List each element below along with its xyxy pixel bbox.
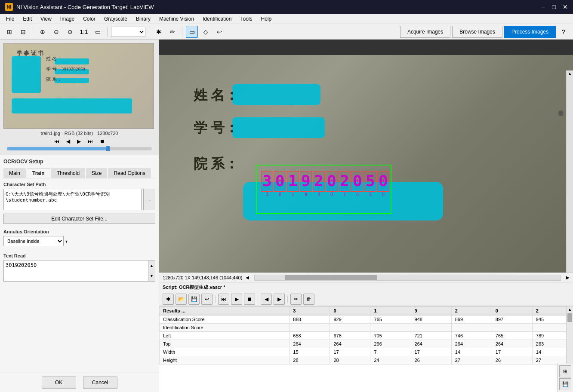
rect-select-button[interactable]: ▭ [186,26,198,38]
menu-machine-vision[interactable]: Machine Vision [155,15,198,23]
vscroll-up-button[interactable]: ▲ [567,70,573,77]
table-cell-4-2: 7 [370,348,411,356]
maximize-button[interactable]: □ [552,3,556,10]
toolbar-separator-4 [182,27,182,37]
char-set-path-input[interactable]: G:\天大\3信号检测与处理\大作业\OCR学号识别\studentnumber… [3,189,142,210]
menu-tools[interactable]: Tools [236,15,256,23]
digit-label-8: 5 [364,192,376,197]
edit-char-set-button[interactable]: Edit Character Set File... [3,214,155,224]
image-canvas[interactable]: 姓 名： 学 号： 院 系： 3 3 0 0 [159,55,573,273]
hscroll-thumb[interactable] [285,275,377,280]
tab-size[interactable]: Size [86,168,107,178]
nav-first-button[interactable]: ⏮ [52,138,61,145]
hscroll-right-button[interactable]: ▶ [566,275,570,280]
script-btn-play[interactable]: ▶ [231,294,242,305]
table-cell-label: Classification Score [160,315,290,324]
digit-label-2: 1 [287,192,299,197]
roi-button[interactable]: ▭ [92,26,104,38]
script-btn-open[interactable]: 📂 [176,294,187,305]
results-scroll-thumb[interactable] [567,313,572,322]
browse-images-button[interactable]: Browse Images [452,26,502,38]
script-btn-prev[interactable]: ◀ [261,294,272,305]
acquire-images-button[interactable]: Acquire Images [400,26,450,38]
close-button[interactable]: ✕ [563,3,568,10]
script-btn-skip-end[interactable]: ⏭ [218,294,229,305]
text-read-scrollbar: ▲ ▼ [148,260,155,282]
nav-next-button[interactable]: ▶ [75,138,83,145]
diamond-button[interactable]: ◇ [200,26,212,38]
table-cell-2-5: 765 [492,332,532,340]
cancel-button[interactable]: Cancel [83,377,117,389]
tab-threshold[interactable]: Threshold [51,168,85,178]
script-btn-snap[interactable]: ✱ [163,294,174,305]
nav-prev-button[interactable]: ◀ [65,138,72,145]
snap-button[interactable]: ✱ [153,26,165,38]
results-scroll-up[interactable]: ▲ [567,306,573,312]
script-btn-edit[interactable]: ✏ [290,294,302,305]
zoom-fit-button[interactable]: ⊙ [64,26,76,38]
menu-image[interactable]: Image [56,15,79,23]
bottom-icon-btn-2[interactable]: 💾 [559,378,571,390]
undo-button[interactable]: ↩ [213,26,225,38]
progress-handle[interactable] [106,146,110,151]
digit-box-5: 0 0 [326,171,338,197]
digit-label-4: 2 [313,192,325,197]
script-btn-undo[interactable]: ↩ [201,294,213,305]
menu-file[interactable]: File [2,15,18,23]
main-layout: 姓 名： 学 号：3019202050 院 系： 学 事 证 书 train1.… [0,40,573,392]
menu-grayscale[interactable]: Grayscale [100,15,132,23]
process-images-button[interactable]: Process Images [504,26,556,38]
menu-edit[interactable]: Edit [18,15,36,23]
window-title: NI Vision Assistant - Code Generation Ta… [16,4,154,10]
digit-box-9: 0 0 [377,171,389,197]
text-read-value[interactable]: 3019202050 [3,260,148,282]
script-btn-next[interactable]: ▶ [274,294,285,305]
menu-color[interactable]: Color [79,15,100,23]
ocr-tabs: Main Train Threshold Size Read Options [3,168,155,178]
toolbar-btn-1[interactable]: ⊞ [3,26,15,38]
text-read-scroll-down[interactable]: ▼ [148,271,155,281]
table-row: Top264264266264264264263 [160,340,573,348]
zoom-100-button[interactable]: 1:1 [78,26,90,38]
menu-identification[interactable]: Identification [198,15,236,23]
digit-label-6: 2 [339,192,351,197]
digit-char-6: 2 [340,172,349,190]
annulus-orientation-select[interactable]: Baseline Inside [3,236,64,246]
image-vertical-scrollbar[interactable]: ▲ ▼ [566,70,573,273]
tab-read-options[interactable]: Read Options [108,168,151,178]
pencil-button[interactable]: ✏ [166,26,179,38]
script-separator-1 [215,295,216,303]
minimize-button[interactable]: ─ [541,3,545,10]
zoom-dropdown[interactable] [111,27,145,37]
table-cell-0-3: 948 [411,315,451,324]
menu-view[interactable]: View [36,15,56,23]
tab-main[interactable]: Main [3,168,26,178]
horizontal-scrollbar[interactable] [254,275,561,281]
table-cell-1-5 [492,324,532,332]
menu-help[interactable]: Help [257,15,276,23]
menu-binary[interactable]: Binary [132,15,155,23]
tab-train[interactable]: Train [27,168,50,178]
nav-stop-button[interactable]: ⏹ [98,138,107,145]
nav-last-button[interactable]: ⏭ [86,138,95,145]
zoom-out-button[interactable]: ⊖ [50,26,62,38]
ok-button[interactable]: OK [42,377,76,389]
digit-box-2: 1 1 [287,171,299,197]
hscroll-left-button[interactable]: ◀ [246,275,249,280]
script-btn-delete[interactable]: 🗑 [303,294,314,305]
bottom-icon-btn-1[interactable]: ⊞ [559,365,571,377]
browse-char-set-button[interactable]: ... [143,189,155,210]
script-btn-stop[interactable]: ⏹ [244,294,255,305]
thumb-zh-title: 学 事 证 书 [17,49,43,57]
toolbar-btn-2[interactable]: ⊟ [17,26,29,38]
progress-track[interactable] [7,147,152,150]
script-btn-save[interactable]: 💾 [188,294,200,305]
table-cell-1-4 [451,324,492,332]
table-cell-4-0: 15 [290,348,330,356]
cyan-blob-dept [232,117,325,138]
zoom-in-button[interactable]: ⊕ [37,26,49,38]
text-read-scroll-up[interactable]: ▲ [148,260,155,271]
table-cell-label: Top [160,340,290,348]
thumb-cyan-1 [12,56,41,93]
help-button[interactable]: ? [558,26,570,38]
